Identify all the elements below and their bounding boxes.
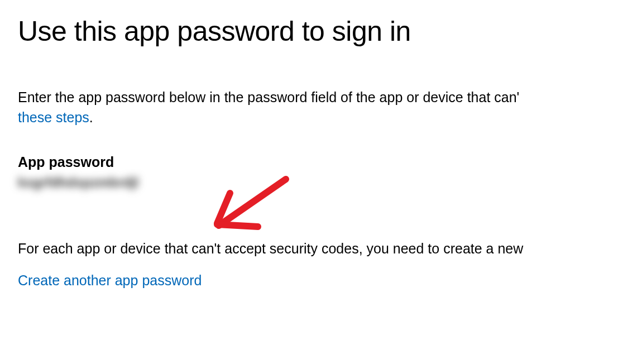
followup-text: For each app or device that can't accept… — [18, 241, 605, 257]
app-password-value: kxgrfdhdxpzmbrdjl — [18, 175, 138, 190]
these-steps-link[interactable]: these steps — [18, 109, 89, 125]
intro-paragraph: Enter the app password below in the pass… — [18, 87, 605, 128]
page-title: Use this app password to sign in — [18, 16, 605, 48]
intro-period: . — [89, 109, 93, 125]
arrow-annotation-icon — [205, 171, 294, 243]
intro-text-before: Enter the app password below in the pass… — [18, 89, 519, 105]
create-another-password-link[interactable]: Create another app password — [18, 272, 202, 288]
app-password-label: App password — [18, 154, 605, 170]
